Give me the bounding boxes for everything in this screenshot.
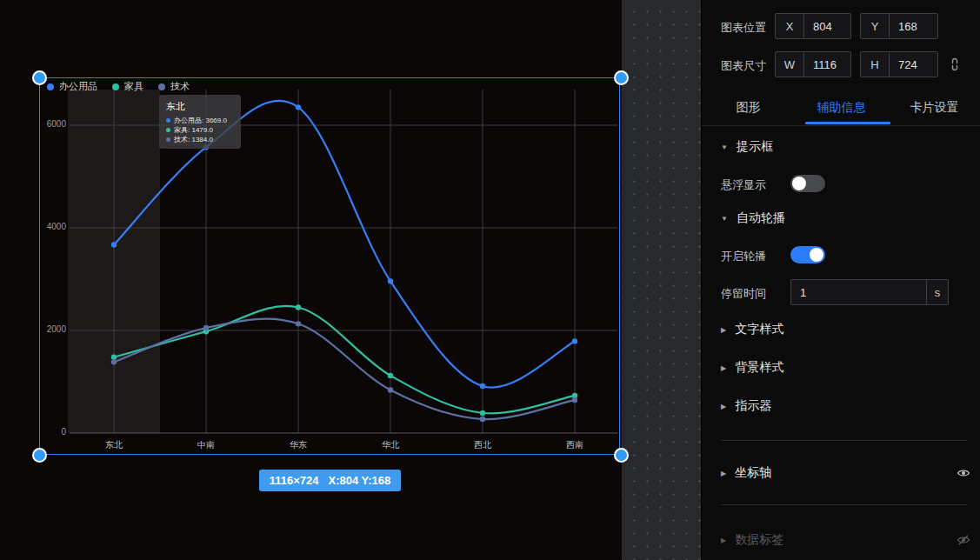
legend-label: 办公用品 — [59, 80, 97, 93]
tab-auxiliary-info[interactable]: 辅助信息 — [795, 90, 888, 125]
enable-carousel-toggle[interactable] — [790, 246, 825, 263]
toggle-knob — [792, 177, 806, 190]
dwell-time-unit: s — [926, 280, 948, 304]
badge-position: X:804 Y:168 — [328, 474, 390, 487]
badge-size: 1116×724 — [270, 474, 319, 487]
panel-tabs: 图形 辅助信息 卡片设置 — [702, 90, 980, 126]
size-h-input[interactable]: H 724 — [860, 51, 938, 77]
size-position-badge: 1116×724 X:804 Y:168 — [259, 470, 401, 491]
tooltip-row-text: 技术: 1384.0 — [174, 135, 213, 144]
dwell-time-input[interactable]: 1 s — [790, 279, 949, 305]
divider — [721, 504, 967, 505]
legend-dot — [47, 83, 54, 90]
x-value[interactable]: 804 — [804, 14, 850, 38]
resize-handle-bottom-left[interactable] — [32, 448, 47, 463]
x-axis-category-label: 华北 — [356, 439, 425, 451]
position-x-input[interactable]: X 804 — [775, 13, 851, 39]
y-value[interactable]: 168 — [890, 14, 937, 38]
tooltip-row: 办公用品: 3669.0 — [166, 116, 234, 125]
x-axis-category-label: 东北 — [79, 439, 149, 451]
section-title: 背景样式 — [735, 360, 783, 376]
aspect-link-icon[interactable] — [948, 57, 962, 71]
y-axis-tick-label: 4000 — [26, 222, 66, 231]
section-title: 提示框 — [737, 139, 773, 155]
section-title: 文字样式 — [735, 322, 783, 337]
collapse-caret-right-icon: ▶ — [721, 537, 726, 544]
h-value[interactable]: 724 — [890, 52, 937, 77]
section-title: 数据标签 — [735, 532, 783, 548]
data-label-hidden-eye-off-icon[interactable] — [957, 533, 970, 547]
section-background-style[interactable]: ▶ 背景样式 — [721, 360, 783, 376]
legend-label: 家具 — [124, 80, 143, 93]
collapse-caret-right-icon: ▶ — [721, 403, 726, 410]
tab-card-settings[interactable]: 卡片设置 — [888, 90, 980, 125]
chart-legend: 办公用品 家具 技术 — [47, 80, 190, 93]
x-axis-category-label: 中南 — [171, 439, 241, 451]
w-prefix: W — [776, 52, 804, 77]
y-axis-tick-label: 6000 — [26, 119, 66, 129]
legend-label: 技术 — [170, 80, 190, 93]
y-prefix: Y — [861, 14, 890, 38]
size-w-input[interactable]: W 1116 — [775, 51, 851, 77]
axis-visibility-eye-icon[interactable] — [957, 466, 970, 480]
hover-display-toggle[interactable] — [790, 175, 825, 192]
chart-position-label: 图表位置 — [721, 20, 766, 36]
tooltip-row: 技术: 1384.0 — [166, 135, 234, 144]
series-技术 — [111, 319, 577, 423]
section-title: 指示器 — [735, 398, 771, 414]
resize-handle-bottom-right[interactable] — [614, 448, 629, 463]
series-家具 — [111, 304, 577, 416]
position-y-input[interactable]: Y 168 — [860, 13, 938, 39]
tooltip-rows: 办公用品: 3669.0家具: 1479.0技术: 1384.0 — [166, 116, 234, 144]
collapse-caret-right-icon: ▶ — [721, 470, 726, 477]
settings-panel: 图表位置 X 804 Y 168 图表尺寸 W 1116 H 724 图形 辅助… — [701, 0, 980, 560]
legend-item-tech[interactable]: 技术 — [158, 80, 190, 93]
y-axis-tick-label: 0 — [26, 427, 66, 437]
tooltip-row: 家具: 1479.0 — [166, 125, 234, 135]
tooltip-row-text: 家具: 1479.0 — [174, 125, 213, 135]
section-text-style[interactable]: ▶ 文字样式 — [721, 322, 783, 337]
collapse-caret-down-icon: ▼ — [721, 215, 728, 223]
active-tab-underline — [805, 122, 890, 124]
section-indicator[interactable]: ▶ 指示器 — [721, 398, 771, 414]
x-axis-category-label: 西南 — [540, 439, 610, 451]
collapse-caret-right-icon: ▶ — [721, 364, 726, 372]
tooltip-title: 东北 — [166, 100, 234, 113]
legend-item-furniture[interactable]: 家具 — [112, 80, 143, 93]
legend-dot — [158, 83, 165, 90]
chart-size-label: 图表尺寸 — [721, 58, 766, 74]
enable-carousel-label: 开启轮播 — [721, 249, 766, 264]
section-coordinate-axis[interactable]: ▶ 坐标轴 — [721, 465, 771, 481]
collapse-caret-right-icon: ▶ — [721, 326, 726, 334]
resize-handle-top-right[interactable] — [614, 70, 629, 85]
x-axis-category-label: 华东 — [263, 439, 333, 451]
legend-dot — [112, 83, 119, 90]
chart-tooltip: 东北 办公用品: 3669.0家具: 1479.0技术: 1384.0 — [159, 95, 241, 149]
legend-item-office[interactable]: 办公用品 — [47, 80, 97, 93]
dwell-time-label: 停留时间 — [721, 286, 766, 302]
divider — [721, 440, 967, 441]
hover-display-label: 悬浮显示 — [721, 177, 766, 193]
dwell-time-value[interactable]: 1 — [791, 280, 926, 304]
y-axis-tick-label: 2000 — [26, 324, 66, 334]
tooltip-row-text: 办公用品: 3669.0 — [174, 116, 227, 125]
toggle-knob — [810, 248, 823, 262]
x-axis-category-label: 西北 — [448, 439, 517, 451]
section-title: 自动轮播 — [737, 210, 785, 226]
tooltip-series-dot — [166, 137, 170, 142]
section-data-label[interactable]: ▶ 数据标签 — [721, 532, 783, 548]
w-value[interactable]: 1116 — [804, 52, 850, 77]
tooltip-series-dot — [166, 128, 170, 132]
resize-handle-top-left[interactable] — [32, 70, 47, 85]
section-title: 坐标轴 — [735, 465, 771, 481]
section-tooltip-box[interactable]: ▼ 提示框 — [721, 139, 773, 155]
design-canvas[interactable]: 办公用品 家具 技术 东北 办公用品: 3669.0家具: 1479.0技术: … — [0, 0, 622, 560]
section-auto-carousel[interactable]: ▼ 自动轮播 — [721, 210, 785, 226]
workspace-dotted-background — [622, 0, 701, 560]
tab-graphic[interactable]: 图形 — [702, 90, 795, 125]
h-prefix: H — [861, 52, 890, 77]
tooltip-series-dot — [166, 118, 170, 123]
x-prefix: X — [776, 14, 804, 38]
collapse-caret-down-icon: ▼ — [721, 143, 728, 151]
